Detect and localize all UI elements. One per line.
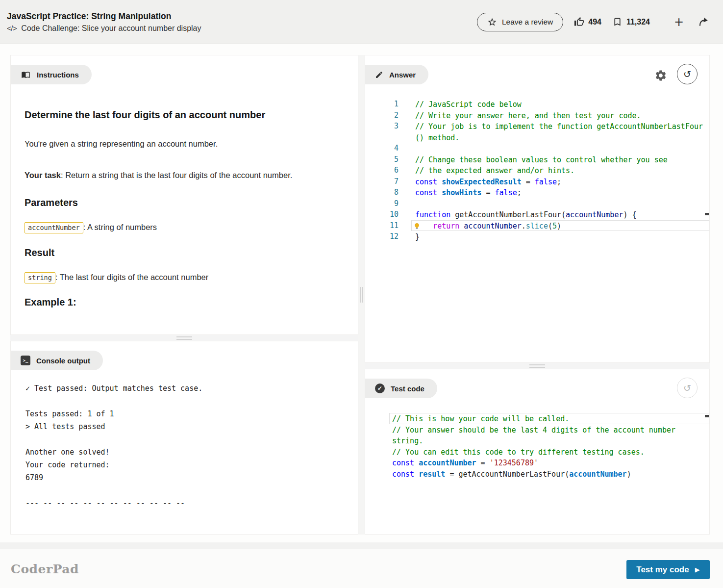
tab-answer[interactable]: Answer <box>365 65 428 84</box>
line-number: 2 <box>365 110 399 121</box>
code-line: // the expected answer and/or hints. <box>411 165 709 176</box>
bookmarks-count: 11,324 <box>626 18 650 26</box>
line-number: 5 <box>365 154 399 165</box>
reset-test-button[interactable]: ↺ <box>677 378 698 398</box>
console-line: Your code returned: <box>25 459 358 471</box>
coderpad-logo: CoderPad <box>11 562 79 576</box>
task-label: Your task <box>25 171 61 179</box>
result-heading: Result <box>25 247 321 258</box>
code-line: const showExpectedResult = false; <box>411 176 709 187</box>
thumbs-up-icon <box>574 17 584 27</box>
console-lines: ✓ Test passed: Output matches test case.… <box>25 382 358 510</box>
bookmarks-stat[interactable]: 11,324 <box>612 17 650 27</box>
console-line <box>25 433 358 446</box>
code-row: 1// JavaScript code below <box>365 99 709 110</box>
page-subtitle: </> Code Challenge: Slice your account n… <box>7 24 201 33</box>
tab-test-code[interactable]: ✓ Test code <box>365 379 437 398</box>
left-horizontal-splitter[interactable] <box>10 335 358 341</box>
test-editor[interactable]: // This is how your code will be called.… <box>365 413 709 479</box>
line-number: 11 <box>365 220 399 231</box>
subtitle-text: Code Challenge: Slice your account numbe… <box>21 24 201 33</box>
line-number: 9 <box>365 198 399 209</box>
line-number: 7 <box>365 176 399 187</box>
lightbulb-icon[interactable] <box>414 222 421 230</box>
instructions-panel: Instructions Determine the last four dig… <box>10 55 358 335</box>
line-number: 10 <box>365 209 399 220</box>
answer-editor[interactable]: 1// JavaScript code below2// Write your … <box>365 99 709 242</box>
book-open-icon <box>21 70 31 79</box>
overview-ruler-mark <box>705 213 709 215</box>
test-actions: ↺ <box>677 378 698 398</box>
code-row: 9 <box>365 198 709 209</box>
console-line: 6789 <box>25 471 358 484</box>
code-line: () method. <box>411 132 709 143</box>
share-button[interactable] <box>697 15 710 29</box>
test-my-code-button[interactable]: Test my code ▶ <box>626 560 710 579</box>
code-line: // Your job is to implement the function… <box>411 121 709 132</box>
tab-instructions-label: Instructions <box>37 71 79 79</box>
code-line: // Your answer should be the last 4 digi… <box>389 424 709 435</box>
line-number: 1 <box>365 99 399 110</box>
header: JavaScript Practice: String Manipulation… <box>0 0 723 44</box>
console-line: --- -- -- -- -- -- -- -- -- -- -- -- <box>25 497 358 510</box>
code-row: 4 <box>365 143 709 154</box>
example-heading: Example 1: <box>25 297 321 308</box>
code-row: 3// Your job is to implement the functio… <box>365 121 709 132</box>
line-number: 6 <box>365 165 399 176</box>
terminal-icon: >_ <box>21 356 30 365</box>
console-line: Another one solved! <box>25 446 358 459</box>
line-number: 4 <box>365 143 399 154</box>
code-line: // Change these boolean values to contro… <box>411 154 709 165</box>
share-arrow-icon <box>698 16 709 28</box>
star-icon <box>487 17 497 27</box>
line-number: 8 <box>365 187 399 198</box>
tab-console-label: Console output <box>36 357 90 365</box>
code-tag-icon: </> <box>7 24 17 32</box>
code-row: () method. <box>365 132 709 143</box>
result-code-chip: string <box>25 272 55 283</box>
console-line: ✓ Test passed: Output matches test case. <box>25 382 358 395</box>
answer-actions: ↺ <box>654 64 698 84</box>
line-number <box>365 132 399 143</box>
line-number: 12 <box>365 231 399 242</box>
header-titles: JavaScript Practice: String Manipulation… <box>7 11 201 33</box>
task-text: : Return a string that is the last four … <box>61 171 292 179</box>
settings-button[interactable] <box>654 69 667 83</box>
reset-icon: ↺ <box>683 69 691 79</box>
code-line: const showHints = false; <box>411 187 709 198</box>
code-line: return accountNumber.slice(5) <box>411 220 709 231</box>
console-line <box>25 484 358 497</box>
header-actions: Leave a review 494 11,324 + <box>477 13 710 31</box>
code-line <box>411 198 709 209</box>
answer-panel: Answer ↺ 1// JavaScript code below2// Wr… <box>365 55 710 363</box>
gear-icon <box>654 69 667 82</box>
reset-answer-button[interactable]: ↺ <box>677 64 698 84</box>
overview-ruler-mark <box>705 415 709 417</box>
line-number: 3 <box>365 121 399 132</box>
likes-stat[interactable]: 494 <box>574 17 601 27</box>
code-row: 11 return accountNumber.slice(5) <box>365 220 709 231</box>
instructions-content: Determine the last four digits of an acc… <box>11 109 334 308</box>
code-line <box>411 143 709 154</box>
reset-icon: ↺ <box>683 383 691 393</box>
code-line: // JavaScript code below <box>411 99 709 110</box>
result-desc: : The last four digits of the account nu… <box>55 273 208 281</box>
param-desc: : A string of numbers <box>83 223 157 231</box>
code-line: function getAccountNumberLastFour(accoun… <box>411 209 709 220</box>
vertical-splitter[interactable] <box>358 55 365 535</box>
tab-console-output[interactable]: >_ Console output <box>11 351 103 370</box>
leave-review-button[interactable]: Leave a review <box>477 13 563 31</box>
code-line: // Write your answer here, and then test… <box>411 110 709 121</box>
code-line: string. <box>389 435 709 446</box>
code-line: const result = getAccountNumberLastFour(… <box>389 468 709 480</box>
add-button[interactable]: + <box>672 15 686 29</box>
run-label: Test my code <box>636 565 689 575</box>
right-horizontal-splitter[interactable] <box>365 363 710 369</box>
code-row: 10function getAccountNumberLastFour(acco… <box>365 209 709 220</box>
tab-answer-label: Answer <box>389 71 416 79</box>
parameter-row: accountNumber: A string of numbers <box>25 223 321 232</box>
code-row: 6// the expected answer and/or hints. <box>365 165 709 176</box>
footer: CoderPad Test my code ▶ <box>0 549 723 588</box>
tab-instructions[interactable]: Instructions <box>11 65 92 84</box>
likes-count: 494 <box>588 18 601 26</box>
